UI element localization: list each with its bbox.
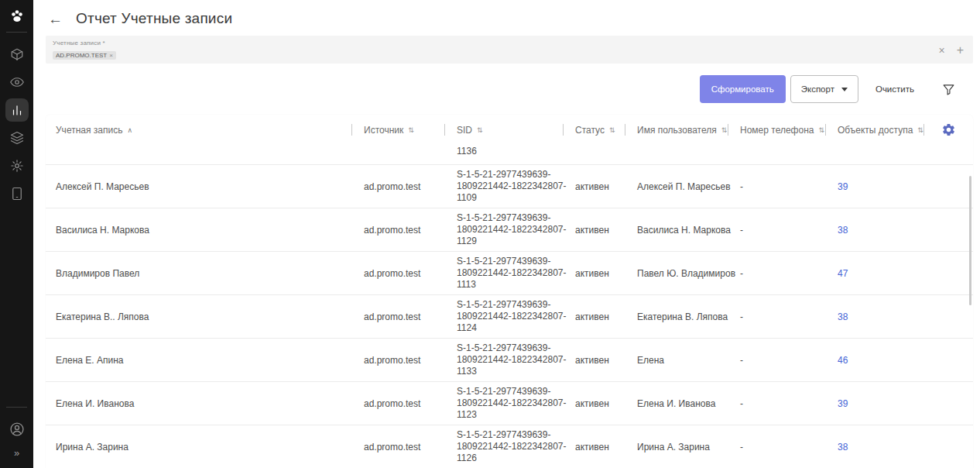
account-cell: Елена И. Иванова [46, 398, 351, 409]
sidebar-item-reports[interactable] [5, 98, 29, 122]
sid-line: S-1-5-21-2977439639- [457, 386, 563, 397]
status-cell: активен [563, 225, 625, 236]
page-title: Отчет Учетные записи [76, 10, 232, 27]
table-row[interactable]: Екатерина В.. Ляпова ad.promo.test S-1-5… [46, 295, 973, 339]
sidebar-item-catalog[interactable] [5, 43, 29, 66]
sidebar-bottom: » [5, 402, 29, 468]
access-objects-link[interactable]: 39 [838, 398, 848, 409]
chevron-down-icon [841, 88, 848, 91]
sid-line: 1809221442-1822342807- [457, 311, 563, 322]
table-row[interactable]: Елена И. Иванова ad.promo.test S-1-5-21-… [46, 382, 973, 425]
sid-line: 1809221442-1822342807- [457, 181, 563, 192]
sort-icon[interactable]: ⇅ [408, 126, 414, 134]
sid-line: S-1-5-21-2977439639- [457, 342, 563, 354]
status-cell: активен [563, 181, 625, 192]
paw-logo-icon[interactable] [6, 5, 28, 27]
sid-line: S-1-5-21-2977439639- [457, 429, 563, 441]
column-label: Имя пользователя [637, 125, 717, 136]
sort-asc-icon[interactable]: ∧ [127, 126, 132, 134]
column-header-phone[interactable]: Номер телефона ⇅ [728, 115, 825, 145]
objects-cell: 38 [825, 225, 923, 236]
sid-line: 1809221442-1822342807- [457, 267, 563, 279]
column-label: Источник [364, 125, 403, 136]
sid-cell: 1136 [444, 145, 563, 157]
sid-cell: S-1-5-21-2977439639- 1809221442-18223428… [444, 429, 563, 464]
sid-line: 1809221442-1822342807- [457, 354, 563, 366]
column-header-sid[interactable]: SID ⇅ [444, 115, 563, 145]
access-objects-link[interactable]: 46 [838, 355, 848, 366]
sid-line: 1133 [457, 366, 563, 377]
sidebar-item-layers[interactable] [5, 126, 29, 150]
objects-cell: 38 [825, 442, 923, 453]
clear-button[interactable]: Очистить [875, 84, 914, 94]
access-objects-link[interactable]: 38 [838, 311, 848, 322]
sid-line: 1809221442-1822342807- [457, 397, 563, 409]
phone-cell: - [728, 442, 825, 453]
column-divider [444, 124, 445, 136]
back-button[interactable]: ← [48, 12, 63, 26]
column-header-source[interactable]: Источник ⇅ [351, 115, 444, 145]
sidebar-expand-button[interactable]: » [14, 443, 19, 462]
filter-clear-icon[interactable]: × [938, 44, 944, 57]
column-divider [923, 124, 924, 136]
export-button[interactable]: Экспорт [790, 75, 858, 103]
sidebar-item-account[interactable] [5, 418, 29, 441]
sidebar-item-monitoring[interactable] [5, 71, 29, 94]
sid-cell: S-1-5-21-2977439639- 1809221442-18223428… [444, 256, 563, 291]
access-objects-link[interactable]: 47 [838, 268, 848, 279]
table-row[interactable]: Елена Е. Апина ad.promo.test S-1-5-21-29… [46, 339, 973, 382]
column-header-account[interactable]: Учетная запись ∧ [46, 115, 351, 145]
table-header-row: Учетная запись ∧ Источник ⇅ SID ⇅ Статус… [46, 115, 973, 145]
table-row[interactable]: Владимиров Павел ad.promo.test S-1-5-21-… [46, 252, 973, 295]
sort-icon[interactable]: ⇅ [609, 126, 615, 134]
table-row[interactable]: Ирина А. Зарина ad.promo.test S-1-5-21-2… [46, 425, 973, 468]
filter-funnel-icon[interactable] [942, 83, 955, 96]
account-cell [46, 145, 351, 146]
bar-chart-icon [10, 103, 24, 117]
table-settings-gear-icon[interactable] [941, 122, 956, 137]
sid-line: S-1-5-21-2977439639- [457, 169, 563, 181]
sid-line: S-1-5-21-2977439639- [457, 299, 563, 311]
sid-cell: S-1-5-21-2977439639- 1809221442-18223428… [444, 342, 563, 377]
source-cell: ad.promo.test [351, 225, 444, 236]
sort-icon[interactable]: ⇅ [721, 126, 728, 134]
table-row[interactable]: Василиса Н. Маркова ad.promo.test S-1-5-… [46, 208, 973, 252]
generate-button[interactable]: Сформировать [700, 75, 786, 103]
sid-line: 1809221442-1822342807- [457, 441, 563, 453]
sidebar-item-settings[interactable] [5, 154, 29, 177]
user-cell: Елена И. Иванова [625, 398, 728, 409]
column-divider [825, 124, 826, 136]
sid-cell: S-1-5-21-2977439639- 1809221442-18223428… [444, 299, 563, 334]
column-divider [625, 124, 625, 136]
sort-icon[interactable]: ⇅ [477, 126, 483, 134]
table-row-partial[interactable]: 1136 [46, 145, 973, 165]
sort-icon[interactable]: ⇅ [917, 126, 923, 134]
column-header-user[interactable]: Имя пользователя ⇅ [625, 115, 728, 145]
source-cell: ad.promo.test [351, 311, 444, 322]
account-cell: Василиса Н. Маркова [46, 225, 351, 236]
objects-cell: 47 [825, 268, 923, 279]
source-cell: ad.promo.test [351, 268, 444, 279]
filter-add-icon[interactable]: + [957, 43, 964, 57]
account-cell: Ирина А. Зарина [46, 442, 351, 453]
access-objects-link[interactable]: 38 [838, 442, 848, 453]
sort-icon[interactable]: ⇅ [818, 126, 824, 134]
vertical-scrollbar[interactable] [969, 176, 971, 305]
chip-remove-icon[interactable]: × [109, 52, 113, 59]
access-objects-link[interactable]: 39 [838, 181, 848, 192]
table-row[interactable]: Алексей П. Маресьев ad.promo.test S-1-5-… [46, 165, 973, 208]
column-header-objects[interactable]: Объекты доступа ⇅ [825, 115, 923, 145]
access-objects-link[interactable]: 38 [838, 225, 848, 236]
column-header-status[interactable]: Статус ⇅ [563, 115, 625, 145]
sid-line: S-1-5-21-2977439639- [457, 212, 563, 224]
filter-chip[interactable]: AD.PROMO.TEST× [53, 51, 116, 60]
objects-cell: 39 [825, 181, 923, 192]
user-cell: Елена [625, 355, 728, 366]
sid-line: 1109 [457, 192, 563, 204]
source-cell [351, 145, 444, 146]
page-header: ← Отчет Учетные записи [33, 0, 980, 34]
sid-cell: S-1-5-21-2977439639- 1809221442-18223428… [444, 386, 563, 421]
sidebar-item-devices[interactable] [5, 182, 29, 205]
accounts-filter-field[interactable]: Учетные записи * AD.PROMO.TEST× × + [46, 36, 973, 64]
column-label: Статус [575, 125, 605, 136]
